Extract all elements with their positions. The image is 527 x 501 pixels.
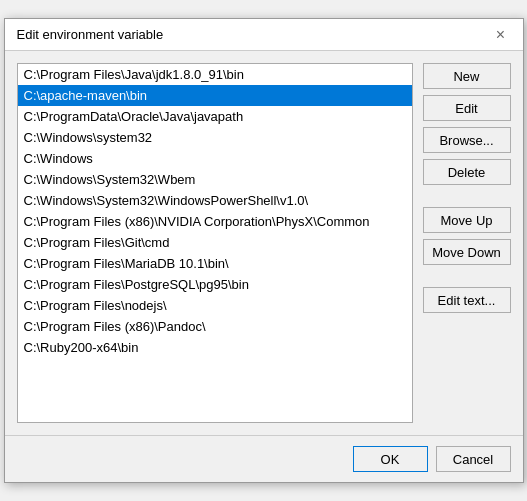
list-item[interactable]: C:\Program Files (x86)\NVIDIA Corporatio…: [18, 211, 412, 232]
list-item[interactable]: C:\Program Files\Java\jdk1.8.0_91\bin: [18, 64, 412, 85]
button-spacer-1: [423, 191, 511, 201]
list-item[interactable]: C:\Program Files (x86)\Pandoc\: [18, 316, 412, 337]
cancel-button[interactable]: Cancel: [436, 446, 511, 472]
dialog-content: C:\Program Files\Java\jdk1.8.0_91\binC:\…: [5, 51, 523, 435]
action-buttons-panel: New Edit Browse... Delete Move Up Move D…: [423, 63, 511, 423]
list-item[interactable]: C:\Ruby200-x64\bin: [18, 337, 412, 358]
button-spacer-2: [423, 271, 511, 281]
dialog-footer: OK Cancel: [5, 435, 523, 482]
ok-button[interactable]: OK: [353, 446, 428, 472]
list-item[interactable]: C:\ProgramData\Oracle\Java\javapath: [18, 106, 412, 127]
title-bar: Edit environment variable ×: [5, 19, 523, 51]
list-item[interactable]: C:\Windows\System32\Wbem: [18, 169, 412, 190]
list-item[interactable]: C:\Program Files\PostgreSQL\pg95\bin: [18, 274, 412, 295]
edit-text-button[interactable]: Edit text...: [423, 287, 511, 313]
edit-button[interactable]: Edit: [423, 95, 511, 121]
browse-button[interactable]: Browse...: [423, 127, 511, 153]
close-button[interactable]: ×: [491, 25, 511, 45]
list-item[interactable]: C:\Windows: [18, 148, 412, 169]
list-item[interactable]: C:\Windows\system32: [18, 127, 412, 148]
list-item[interactable]: C:\Program Files\MariaDB 10.1\bin\: [18, 253, 412, 274]
move-up-button[interactable]: Move Up: [423, 207, 511, 233]
new-button[interactable]: New: [423, 63, 511, 89]
delete-button[interactable]: Delete: [423, 159, 511, 185]
list-item[interactable]: C:\Program Files\nodejs\: [18, 295, 412, 316]
move-down-button[interactable]: Move Down: [423, 239, 511, 265]
list-item[interactable]: C:\Windows\System32\WindowsPowerShell\v1…: [18, 190, 412, 211]
dialog-title: Edit environment variable: [17, 27, 164, 42]
list-item[interactable]: C:\apache-maven\bin: [18, 85, 412, 106]
env-path-listbox[interactable]: C:\Program Files\Java\jdk1.8.0_91\binC:\…: [17, 63, 413, 423]
list-item[interactable]: C:\Program Files\Git\cmd: [18, 232, 412, 253]
edit-env-variable-dialog: Edit environment variable × C:\Program F…: [4, 18, 524, 483]
